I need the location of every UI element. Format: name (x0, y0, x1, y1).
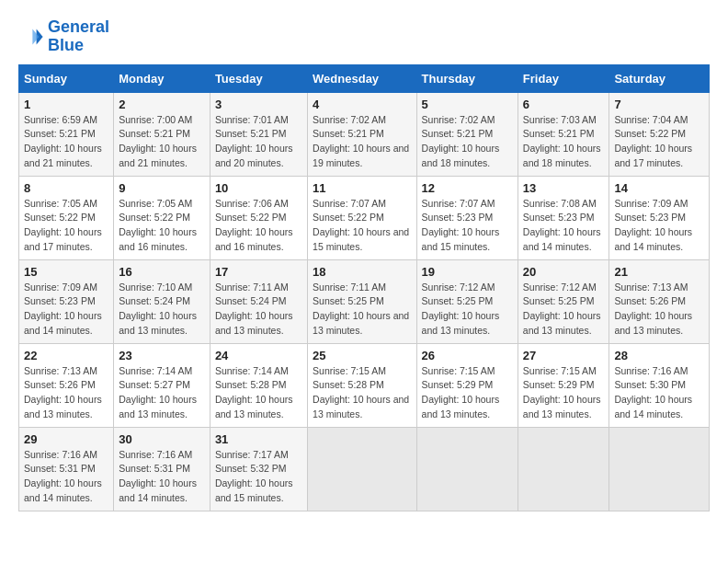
calendar-cell: 24 Sunrise: 7:14 AMSunset: 5:28 PMDaylig… (210, 343, 307, 427)
calendar-cell: 23 Sunrise: 7:14 AMSunset: 5:27 PMDaylig… (114, 343, 210, 427)
calendar-cell: 25 Sunrise: 7:15 AMSunset: 5:28 PMDaylig… (308, 343, 416, 427)
day-number: 10 (215, 181, 302, 195)
calendar-week: 1 Sunrise: 6:59 AMSunset: 5:21 PMDayligh… (19, 92, 710, 176)
day-info: Sunrise: 7:05 AMSunset: 5:22 PMDaylight:… (24, 197, 108, 255)
day-info: Sunrise: 7:15 AMSunset: 5:28 PMDaylight:… (313, 364, 411, 422)
day-number: 3 (215, 98, 302, 111)
day-info: Sunrise: 7:07 AMSunset: 5:22 PMDaylight:… (313, 197, 411, 255)
day-number: 5 (422, 98, 513, 111)
logo-icon (18, 24, 44, 50)
calendar-week: 22 Sunrise: 7:13 AMSunset: 5:26 PMDaylig… (19, 343, 710, 427)
day-number: 4 (313, 98, 411, 111)
day-number: 22 (24, 349, 108, 362)
day-info: Sunrise: 7:11 AMSunset: 5:24 PMDaylight:… (215, 281, 302, 339)
day-info: Sunrise: 7:02 AMSunset: 5:21 PMDaylight:… (422, 113, 513, 171)
calendar-cell: 19 Sunrise: 7:12 AMSunset: 5:25 PMDaylig… (416, 259, 518, 343)
day-number: 2 (119, 98, 205, 111)
day-info: Sunrise: 7:13 AMSunset: 5:26 PMDaylight:… (614, 281, 704, 339)
calendar-cell: 29 Sunrise: 7:16 AMSunset: 5:31 PMDaylig… (19, 427, 114, 511)
day-number: 1 (24, 98, 108, 111)
day-info: Sunrise: 7:09 AMSunset: 5:23 PMDaylight:… (24, 281, 108, 339)
day-info: Sunrise: 7:01 AMSunset: 5:21 PMDaylight:… (215, 113, 302, 171)
day-info: Sunrise: 7:03 AMSunset: 5:21 PMDaylight:… (523, 113, 605, 171)
day-number: 7 (614, 98, 704, 111)
calendar-cell: 26 Sunrise: 7:15 AMSunset: 5:29 PMDaylig… (416, 343, 518, 427)
day-number: 9 (119, 181, 205, 195)
day-info: Sunrise: 7:16 AMSunset: 5:30 PMDaylight:… (614, 364, 704, 422)
day-info: Sunrise: 7:12 AMSunset: 5:25 PMDaylight:… (422, 281, 513, 339)
day-number: 19 (422, 265, 513, 279)
calendar-week: 15 Sunrise: 7:09 AMSunset: 5:23 PMDaylig… (19, 259, 710, 343)
day-number: 25 (313, 349, 411, 362)
calendar-cell: 27 Sunrise: 7:15 AMSunset: 5:29 PMDaylig… (518, 343, 609, 427)
day-number: 17 (215, 265, 302, 279)
day-number: 28 (614, 349, 704, 362)
day-info: Sunrise: 7:12 AMSunset: 5:25 PMDaylight:… (523, 281, 605, 339)
day-number: 8 (24, 181, 108, 195)
calendar-cell: 8 Sunrise: 7:05 AMSunset: 5:22 PMDayligh… (19, 176, 114, 259)
calendar-cell (308, 427, 416, 511)
calendar-cell: 31 Sunrise: 7:17 AMSunset: 5:32 PMDaylig… (210, 427, 307, 511)
calendar-table: SundayMondayTuesdayWednesdayThursdayFrid… (18, 64, 710, 511)
calendar-cell: 2 Sunrise: 7:00 AMSunset: 5:21 PMDayligh… (114, 92, 210, 176)
calendar-cell: 11 Sunrise: 7:07 AMSunset: 5:22 PMDaylig… (308, 176, 416, 259)
calendar-cell: 5 Sunrise: 7:02 AMSunset: 5:21 PMDayligh… (416, 92, 518, 176)
calendar-cell: 1 Sunrise: 6:59 AMSunset: 5:21 PMDayligh… (19, 92, 114, 176)
day-info: Sunrise: 7:06 AMSunset: 5:22 PMDaylight:… (215, 197, 302, 255)
calendar-week: 8 Sunrise: 7:05 AMSunset: 5:22 PMDayligh… (19, 176, 710, 259)
calendar-cell: 22 Sunrise: 7:13 AMSunset: 5:26 PMDaylig… (19, 343, 114, 427)
day-info: Sunrise: 6:59 AMSunset: 5:21 PMDaylight:… (24, 113, 108, 171)
day-number: 20 (523, 265, 605, 279)
day-info: Sunrise: 7:15 AMSunset: 5:29 PMDaylight:… (422, 364, 513, 422)
weekday-header: Tuesday (210, 64, 307, 92)
day-info: Sunrise: 7:02 AMSunset: 5:21 PMDaylight:… (313, 113, 411, 171)
calendar-header: SundayMondayTuesdayWednesdayThursdayFrid… (19, 64, 710, 92)
calendar-cell: 6 Sunrise: 7:03 AMSunset: 5:21 PMDayligh… (518, 92, 609, 176)
calendar-cell: 9 Sunrise: 7:05 AMSunset: 5:22 PMDayligh… (114, 176, 210, 259)
day-number: 29 (24, 432, 108, 446)
weekday-header: Thursday (416, 64, 518, 92)
weekday-header: Wednesday (308, 64, 416, 92)
calendar-cell: 18 Sunrise: 7:11 AMSunset: 5:25 PMDaylig… (308, 259, 416, 343)
page-header: General Blue (18, 18, 710, 55)
day-number: 12 (422, 181, 513, 195)
logo-text: General Blue (48, 18, 109, 55)
day-number: 11 (313, 181, 411, 195)
day-number: 30 (119, 432, 205, 446)
weekday-header: Friday (518, 64, 609, 92)
logo: General Blue (18, 18, 109, 55)
weekday-header: Monday (114, 64, 210, 92)
day-info: Sunrise: 7:04 AMSunset: 5:22 PMDaylight:… (614, 113, 704, 171)
day-number: 21 (614, 265, 704, 279)
day-info: Sunrise: 7:17 AMSunset: 5:32 PMDaylight:… (215, 448, 302, 506)
day-number: 16 (119, 265, 205, 279)
calendar-cell: 28 Sunrise: 7:16 AMSunset: 5:30 PMDaylig… (609, 343, 710, 427)
day-info: Sunrise: 7:14 AMSunset: 5:27 PMDaylight:… (119, 364, 205, 422)
weekday-header: Saturday (609, 64, 710, 92)
day-number: 15 (24, 265, 108, 279)
day-number: 13 (523, 181, 605, 195)
day-info: Sunrise: 7:10 AMSunset: 5:24 PMDaylight:… (119, 281, 205, 339)
day-info: Sunrise: 7:00 AMSunset: 5:21 PMDaylight:… (119, 113, 205, 171)
calendar-cell: 16 Sunrise: 7:10 AMSunset: 5:24 PMDaylig… (114, 259, 210, 343)
calendar-cell: 30 Sunrise: 7:16 AMSunset: 5:31 PMDaylig… (114, 427, 210, 511)
day-info: Sunrise: 7:11 AMSunset: 5:25 PMDaylight:… (313, 281, 411, 339)
day-info: Sunrise: 7:05 AMSunset: 5:22 PMDaylight:… (119, 197, 205, 255)
weekday-header: Sunday (19, 64, 114, 92)
day-number: 26 (422, 349, 513, 362)
day-number: 31 (215, 432, 302, 446)
day-number: 14 (614, 181, 704, 195)
calendar-week: 29 Sunrise: 7:16 AMSunset: 5:31 PMDaylig… (19, 427, 710, 511)
day-info: Sunrise: 7:07 AMSunset: 5:23 PMDaylight:… (422, 197, 513, 255)
calendar-cell (518, 427, 609, 511)
day-number: 6 (523, 98, 605, 111)
calendar-cell: 12 Sunrise: 7:07 AMSunset: 5:23 PMDaylig… (416, 176, 518, 259)
day-number: 24 (215, 349, 302, 362)
calendar-cell (416, 427, 518, 511)
day-number: 27 (523, 349, 605, 362)
calendar-cell: 13 Sunrise: 7:08 AMSunset: 5:23 PMDaylig… (518, 176, 609, 259)
day-info: Sunrise: 7:16 AMSunset: 5:31 PMDaylight:… (119, 448, 205, 506)
day-info: Sunrise: 7:09 AMSunset: 5:23 PMDaylight:… (614, 197, 704, 255)
calendar-cell: 15 Sunrise: 7:09 AMSunset: 5:23 PMDaylig… (19, 259, 114, 343)
day-info: Sunrise: 7:14 AMSunset: 5:28 PMDaylight:… (215, 364, 302, 422)
